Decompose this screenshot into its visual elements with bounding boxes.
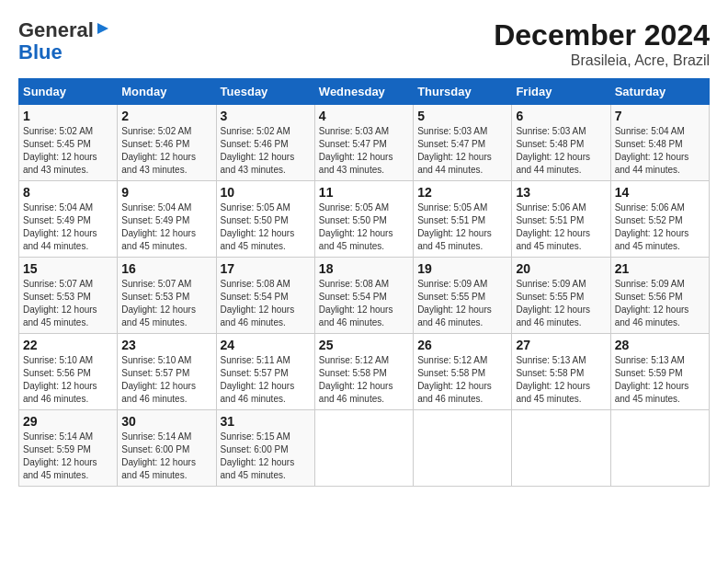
table-row: 12 Sunrise: 5:05 AMSunset: 5:51 PMDaylig… [414,181,512,258]
day-number: 21 [615,261,705,276]
day-info: Sunrise: 5:09 AMSunset: 5:55 PMDaylight:… [417,279,492,327]
day-info: Sunrise: 5:12 AMSunset: 5:58 PMDaylight:… [417,355,492,404]
day-info: Sunrise: 5:02 AMSunset: 5:46 PMDaylight:… [121,126,196,175]
day-number: 17 [221,261,311,276]
day-info: Sunrise: 5:02 AMSunset: 5:45 PMDaylight:… [23,126,97,175]
table-row: 11 Sunrise: 5:05 AMSunset: 5:50 PMDaylig… [314,181,413,258]
day-info: Sunrise: 5:10 AMSunset: 5:56 PMDaylight:… [23,355,97,404]
day-number: 13 [516,185,606,200]
logo: General Blue [18,18,112,63]
table-row: 16 Sunrise: 5:07 AMSunset: 5:53 PMDaylig… [118,258,216,334]
day-number: 5 [417,109,507,123]
day-number: 10 [221,185,311,200]
day-info: Sunrise: 5:05 AMSunset: 5:50 PMDaylight:… [221,202,295,251]
calendar-week-row: 1 Sunrise: 5:02 AMSunset: 5:45 PMDayligh… [19,105,710,181]
table-row: 31 Sunrise: 5:15 AMSunset: 6:00 PMDaylig… [216,410,314,487]
col-tuesday: Tuesday [216,79,314,105]
col-saturday: Saturday [610,79,709,105]
logo-general: General [18,18,94,42]
day-number: 29 [23,414,113,429]
table-row: 13 Sunrise: 5:06 AMSunset: 5:51 PMDaylig… [512,181,610,258]
table-row: 10 Sunrise: 5:05 AMSunset: 5:50 PMDaylig… [216,181,314,258]
col-sunday: Sunday [19,79,118,105]
table-row: 22 Sunrise: 5:10 AMSunset: 5:56 PMDaylig… [19,334,118,410]
day-info: Sunrise: 5:03 AMSunset: 5:47 PMDaylight:… [319,126,393,175]
page-title: December 2024 [494,18,710,52]
col-friday: Friday [512,79,610,105]
day-number: 27 [516,338,606,352]
day-number: 2 [121,109,211,123]
table-row: 3 Sunrise: 5:02 AMSunset: 5:46 PMDayligh… [216,105,314,181]
day-number: 9 [121,185,211,200]
table-row: 28 Sunrise: 5:13 AMSunset: 5:59 PMDaylig… [610,334,709,410]
day-info: Sunrise: 5:07 AMSunset: 5:53 PMDaylight:… [121,279,196,327]
day-info: Sunrise: 5:04 AMSunset: 5:49 PMDaylight:… [121,202,196,251]
table-row: 30 Sunrise: 5:14 AMSunset: 6:00 PMDaylig… [118,410,216,487]
table-row: 27 Sunrise: 5:13 AMSunset: 5:58 PMDaylig… [512,334,610,410]
day-info: Sunrise: 5:08 AMSunset: 5:54 PMDaylight:… [319,279,393,327]
table-row: 18 Sunrise: 5:08 AMSunset: 5:54 PMDaylig… [314,258,413,334]
logo-arrow [96,21,110,40]
day-number: 19 [417,261,507,276]
day-number: 18 [319,261,409,276]
day-number: 12 [417,185,507,200]
day-number: 20 [516,261,606,276]
day-info: Sunrise: 5:14 AMSunset: 5:59 PMDaylight:… [23,431,97,480]
table-row: 7 Sunrise: 5:04 AMSunset: 5:48 PMDayligh… [610,105,709,181]
day-info: Sunrise: 5:12 AMSunset: 5:58 PMDaylight:… [319,355,393,404]
col-thursday: Thursday [414,79,512,105]
col-monday: Monday [118,79,216,105]
table-row: 15 Sunrise: 5:07 AMSunset: 5:53 PMDaylig… [19,258,118,334]
day-number: 25 [319,338,409,352]
day-info: Sunrise: 5:03 AMSunset: 5:48 PMDaylight:… [516,126,590,175]
table-row: 26 Sunrise: 5:12 AMSunset: 5:58 PMDaylig… [414,334,512,410]
day-number: 14 [615,185,705,200]
day-number: 16 [121,261,211,276]
title-block: December 2024 Brasileia, Acre, Brazil [494,18,710,69]
page-subtitle: Brasileia, Acre, Brazil [494,52,710,69]
day-info: Sunrise: 5:13 AMSunset: 5:59 PMDaylight:… [615,355,689,404]
table-row: 19 Sunrise: 5:09 AMSunset: 5:55 PMDaylig… [414,258,512,334]
table-row [512,410,610,487]
day-number: 6 [516,109,606,123]
calendar-week-row: 29 Sunrise: 5:14 AMSunset: 5:59 PMDaylig… [19,410,710,487]
table-row: 17 Sunrise: 5:08 AMSunset: 5:54 PMDaylig… [216,258,314,334]
day-info: Sunrise: 5:10 AMSunset: 5:57 PMDaylight:… [121,355,196,404]
page-header: General Blue December 2024 Brasileia, Ac… [18,18,710,69]
day-number: 8 [23,185,113,200]
day-number: 7 [615,109,705,123]
day-number: 30 [121,414,211,429]
table-row: 6 Sunrise: 5:03 AMSunset: 5:48 PMDayligh… [512,105,610,181]
day-info: Sunrise: 5:06 AMSunset: 5:52 PMDaylight:… [615,202,689,251]
table-row: 4 Sunrise: 5:03 AMSunset: 5:47 PMDayligh… [314,105,413,181]
table-row: 25 Sunrise: 5:12 AMSunset: 5:58 PMDaylig… [314,334,413,410]
table-row [414,410,512,487]
day-info: Sunrise: 5:03 AMSunset: 5:47 PMDaylight:… [417,126,492,175]
day-info: Sunrise: 5:09 AMSunset: 5:56 PMDaylight:… [615,279,689,327]
day-info: Sunrise: 5:05 AMSunset: 5:51 PMDaylight:… [417,202,492,251]
day-info: Sunrise: 5:05 AMSunset: 5:50 PMDaylight:… [319,202,393,251]
col-wednesday: Wednesday [314,79,413,105]
day-info: Sunrise: 5:11 AMSunset: 5:57 PMDaylight:… [221,355,295,404]
day-number: 15 [23,261,113,276]
day-number: 22 [23,338,113,352]
day-number: 28 [615,338,705,352]
table-row: 29 Sunrise: 5:14 AMSunset: 5:59 PMDaylig… [19,410,118,487]
table-row: 2 Sunrise: 5:02 AMSunset: 5:46 PMDayligh… [118,105,216,181]
day-info: Sunrise: 5:13 AMSunset: 5:58 PMDaylight:… [516,355,590,404]
table-row: 8 Sunrise: 5:04 AMSunset: 5:49 PMDayligh… [19,181,118,258]
day-number: 24 [221,338,311,352]
day-info: Sunrise: 5:09 AMSunset: 5:55 PMDaylight:… [516,279,590,327]
day-info: Sunrise: 5:15 AMSunset: 6:00 PMDaylight:… [221,431,295,480]
calendar-header-row: Sunday Monday Tuesday Wednesday Thursday… [19,79,710,105]
day-number: 31 [221,414,311,429]
calendar-week-row: 15 Sunrise: 5:07 AMSunset: 5:53 PMDaylig… [19,258,710,334]
table-row: 9 Sunrise: 5:04 AMSunset: 5:49 PMDayligh… [118,181,216,258]
day-number: 1 [23,109,113,123]
day-number: 11 [319,185,409,200]
table-row [314,410,413,487]
calendar-week-row: 22 Sunrise: 5:10 AMSunset: 5:56 PMDaylig… [19,334,710,410]
table-row: 23 Sunrise: 5:10 AMSunset: 5:57 PMDaylig… [118,334,216,410]
day-info: Sunrise: 5:08 AMSunset: 5:54 PMDaylight:… [221,279,295,327]
day-info: Sunrise: 5:07 AMSunset: 5:53 PMDaylight:… [23,279,97,327]
